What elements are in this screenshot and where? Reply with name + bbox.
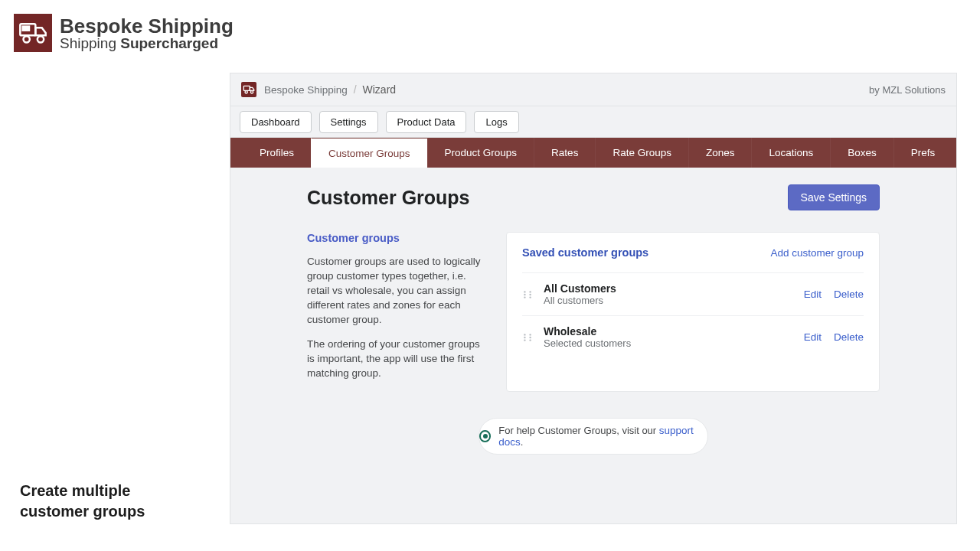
svg-point-5 [245, 91, 247, 93]
svg-point-16 [529, 336, 531, 337]
svg-point-18 [529, 339, 531, 341]
edit-link[interactable]: Edit [804, 289, 822, 300]
breadcrumb-root[interactable]: Bespoke Shipping [264, 84, 348, 96]
app-header: Bespoke Shipping / Wizard by MZL Solutio… [230, 73, 956, 106]
content: Customer Groups Save Settings Customer g… [230, 168, 956, 455]
brand-header: Bespoke Shipping Shipping Supercharged [14, 14, 234, 52]
svg-rect-1 [23, 27, 29, 31]
svg-point-2 [24, 36, 30, 42]
svg-point-11 [524, 296, 525, 298]
group-desc: Selected customers [544, 337, 804, 349]
svg-point-7 [524, 291, 525, 292]
truck-icon [241, 82, 256, 97]
svg-point-12 [529, 296, 531, 298]
brand-tagline: Shipping Supercharged [60, 36, 234, 51]
group-desc: All customers [544, 295, 804, 306]
tab-zones[interactable]: Zones [688, 138, 752, 168]
tab-customer-groups[interactable]: Customer Groups [311, 138, 427, 168]
card-heading: Saved customer groups [522, 246, 648, 259]
breadcrumb-current: Wizard [363, 83, 397, 96]
group-name: All Customers [544, 282, 804, 295]
tab-locations[interactable]: Locations [751, 138, 830, 168]
svg-point-14 [529, 334, 531, 335]
tab-prefs[interactable]: Prefs [893, 138, 952, 168]
help-sidebar: Customer groups Customer groups are used… [307, 232, 483, 392]
help-pill: For help Customer Groups, visit our supp… [479, 418, 708, 455]
brand-name: Bespoke Shipping [60, 16, 234, 36]
delete-link[interactable]: Delete [834, 289, 864, 300]
svg-point-10 [529, 293, 531, 295]
dashboard-button[interactable]: Dashboard [240, 111, 312, 133]
app-panel: Bespoke Shipping / Wizard by MZL Solutio… [230, 73, 957, 524]
save-settings-button[interactable]: Save Settings [788, 184, 880, 210]
drag-handle-icon[interactable] [522, 289, 533, 300]
svg-point-3 [38, 36, 44, 42]
add-customer-group-link[interactable]: Add customer group [770, 247, 864, 259]
tab-profiles[interactable]: Profiles [230, 138, 311, 168]
tab-rates[interactable]: Rates [534, 138, 595, 168]
screenshot-caption: Create multiple customer groups [20, 481, 204, 522]
saved-groups-card: Saved customer groups Add customer group… [506, 232, 880, 392]
edit-link[interactable]: Edit [804, 331, 822, 343]
svg-rect-4 [243, 86, 250, 90]
page-title: Customer Groups [307, 187, 470, 209]
logs-button[interactable]: Logs [474, 111, 518, 133]
sidebar-heading: Customer groups [307, 232, 483, 244]
tab-rate-groups[interactable]: Rate Groups [595, 138, 688, 168]
truck-icon [14, 14, 52, 52]
svg-point-13 [524, 334, 525, 335]
tab-product-groups[interactable]: Product Groups [427, 138, 534, 168]
svg-point-15 [524, 336, 525, 337]
tab-boxes[interactable]: Boxes [830, 138, 893, 168]
tabbar: Profiles Customer Groups Product Groups … [230, 138, 956, 168]
byline: by MZL Solutions [869, 84, 946, 96]
drag-handle-icon[interactable] [522, 332, 533, 343]
list-item: Wholesale Selected customers Edit Delete [522, 315, 864, 358]
list-item: All Customers All customers Edit Delete [522, 272, 864, 315]
product-data-button[interactable]: Product Data [386, 111, 467, 133]
breadcrumb: Bespoke Shipping / Wizard [264, 83, 396, 96]
svg-point-9 [524, 293, 525, 295]
group-name: Wholesale [544, 325, 804, 337]
svg-point-17 [524, 339, 525, 341]
help-icon [479, 430, 491, 442]
sidebar-paragraph-1: Customer groups are used to logically gr… [307, 255, 483, 327]
svg-point-6 [250, 91, 253, 93]
svg-point-8 [529, 291, 531, 292]
toolbar: Dashboard Settings Product Data Logs [230, 106, 956, 138]
sidebar-paragraph-2: The ordering of your customer groups is … [307, 337, 483, 381]
delete-link[interactable]: Delete [834, 331, 864, 343]
settings-button[interactable]: Settings [319, 111, 378, 133]
